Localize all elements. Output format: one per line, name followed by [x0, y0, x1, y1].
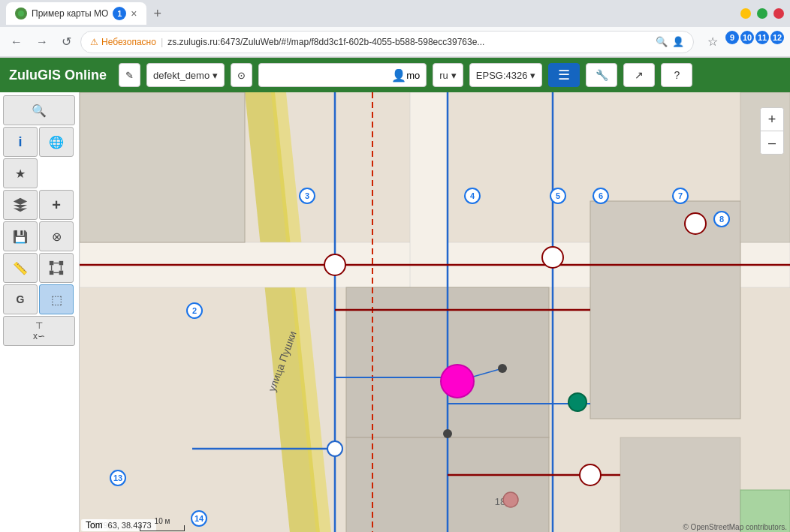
- svg-point-38: [327, 441, 342, 456]
- tab-badge: 1: [113, 7, 126, 20]
- info-tool-button[interactable]: i: [3, 127, 38, 157]
- nav-bar: ← → ↺ ⚠ Небезопасно | zs.zulugis.ru:6473…: [0, 27, 790, 57]
- lang-dropdown-arrow-icon: ▾: [451, 70, 457, 81]
- zoom-controls: + –: [760, 107, 784, 155]
- gis-tool-button[interactable]: G: [3, 284, 38, 314]
- save-tool-button[interactable]: 💾: [3, 221, 38, 251]
- toolbar-row-5: 💾 ⊗: [3, 221, 76, 251]
- tab-bar: Пример карты МО 1 × +: [0, 0, 790, 27]
- svg-rect-3: [50, 271, 54, 275]
- toolbar-row-4: +: [3, 190, 76, 220]
- close-button[interactable]: [773, 8, 784, 19]
- erase-icon: ⊗: [52, 230, 62, 244]
- zoom-in-button[interactable]: +: [761, 108, 783, 131]
- forward-button[interactable]: →: [32, 32, 53, 52]
- help-button[interactable]: ?: [661, 63, 692, 87]
- gis-icon: G: [17, 293, 25, 305]
- language-label: ru: [439, 70, 448, 81]
- svg-point-0: [18, 11, 24, 17]
- svg-point-42: [443, 429, 452, 438]
- svg-rect-14: [80, 92, 245, 242]
- layers-button[interactable]: ☰: [548, 63, 580, 87]
- svg-point-39: [441, 365, 474, 398]
- toolbar-row-7: G ⬚: [3, 284, 76, 314]
- info-icon: i: [18, 134, 22, 150]
- globe-tool-button[interactable]: 🌐: [39, 127, 74, 157]
- question-icon: ?: [674, 69, 680, 81]
- transform-tool-button[interactable]: ⊤x∽: [3, 316, 75, 346]
- attribution-text: © OpenStreetMap contributors.: [683, 523, 787, 531]
- callout-14: 14: [191, 510, 207, 527]
- user-label: mo: [406, 70, 420, 81]
- badge-12[interactable]: 12: [770, 31, 784, 44]
- ruler-tool-button[interactable]: 📏: [3, 253, 38, 283]
- badge-9[interactable]: 9: [725, 31, 739, 44]
- bookmark-tool-button[interactable]: ★: [3, 158, 38, 188]
- globe-icon: 🌐: [49, 135, 64, 149]
- zoom-out-button[interactable]: –: [761, 131, 783, 154]
- app-header: ZuluGIS Online ✎ defekt_demo ▾ ⊙ 👤 mo ru…: [0, 58, 790, 92]
- minimize-button[interactable]: [740, 8, 751, 19]
- callout-3: 3: [299, 188, 315, 204]
- map-name-label: defekt_demo: [153, 70, 210, 81]
- tab-close-button[interactable]: ×: [131, 8, 137, 20]
- toolbar-row-2: i 🌐: [3, 127, 76, 157]
- share-button[interactable]: ↗: [623, 63, 655, 87]
- svg-rect-2: [59, 261, 64, 266]
- scale-bar: 10 м: [140, 517, 185, 531]
- refresh-button[interactable]: ↺: [57, 32, 76, 52]
- layers-icon: ☰: [558, 67, 570, 83]
- svg-point-34: [324, 254, 345, 275]
- nodes-tool-button[interactable]: [39, 253, 74, 283]
- location-button[interactable]: ⊙: [231, 63, 252, 87]
- maximize-button[interactable]: [757, 8, 767, 19]
- bookmark-icon[interactable]: ☆: [701, 31, 724, 53]
- tab-title: Пример карты МО: [32, 8, 108, 19]
- select-icon: ⬚: [51, 293, 62, 307]
- security-badge[interactable]: ⚠ Небезопасно: [90, 37, 156, 47]
- svg-rect-16: [590, 201, 740, 419]
- search-tool-button[interactable]: 🔍: [3, 95, 75, 125]
- callout-7: 7: [672, 188, 689, 204]
- transform-icon: ⊤x∽: [33, 320, 45, 341]
- svg-rect-19: [620, 437, 740, 532]
- erase-tool-button[interactable]: ⊗: [39, 221, 74, 251]
- map-area[interactable]: улица Пушки 18: [80, 92, 790, 532]
- search-tool-icon: 🔍: [32, 104, 47, 118]
- toolbar-row-1: 🔍: [3, 95, 76, 125]
- callout-4: 4: [464, 188, 481, 204]
- address-bar[interactable]: ⚠ Небезопасно | zs.zulugis.ru:6473/ZuluW…: [80, 31, 694, 53]
- badge-11[interactable]: 11: [755, 31, 769, 44]
- tom-text: Tom: [86, 520, 103, 530]
- wrench-icon: 🔧: [596, 69, 608, 81]
- browser-chrome: Пример карты МО 1 × + ← → ↺ ⚠ Небезопасн…: [0, 0, 790, 58]
- search-input[interactable]: [265, 70, 391, 81]
- dropdown-arrow-icon: ▾: [213, 70, 218, 81]
- svg-rect-1: [50, 261, 54, 266]
- lock-icon: ⚠: [90, 37, 98, 47]
- badge-10[interactable]: 10: [740, 31, 754, 44]
- add-layer-button[interactable]: +: [39, 190, 74, 220]
- new-tab-button[interactable]: +: [149, 6, 167, 22]
- window-controls: [740, 8, 784, 19]
- layers-tool-button[interactable]: [3, 190, 38, 220]
- svg-point-35: [542, 247, 563, 268]
- search-field[interactable]: 👤 mo: [258, 63, 427, 87]
- select-tool-button[interactable]: ⬚: [39, 284, 74, 314]
- map-name-dropdown[interactable]: defekt_demo ▾: [146, 63, 225, 87]
- address-text: zs.zulugis.ru:6473/ZuluWeb/#!/map/f8dd3c…: [167, 37, 651, 47]
- active-tab[interactable]: Пример карты МО 1 ×: [6, 2, 146, 25]
- language-dropdown[interactable]: ru ▾: [433, 63, 463, 87]
- main-area: 🔍 i 🌐 ★ + 💾: [0, 92, 790, 532]
- callout-5: 5: [550, 188, 566, 204]
- crs-dropdown[interactable]: EPSG:4326 ▾: [469, 63, 543, 87]
- bottom-tom-label: Tom: [81, 519, 107, 531]
- callout-13: 13: [110, 470, 126, 486]
- callout-2: 2: [186, 302, 203, 319]
- edit-tool-button[interactable]: ✎: [119, 63, 140, 87]
- tools-button[interactable]: 🔧: [586, 63, 617, 87]
- toolbar-row-3: ★: [3, 158, 76, 188]
- back-button[interactable]: ←: [6, 32, 27, 52]
- scale-line: [140, 525, 185, 531]
- svg-point-43: [503, 492, 518, 507]
